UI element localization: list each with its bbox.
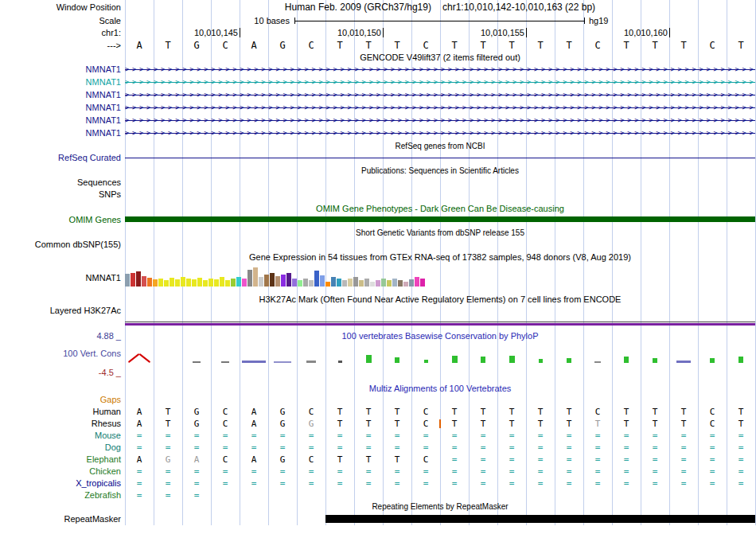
h3k27ac-title[interactable]: H3K27Ac Mark (Often Found Near Active Re… [125,294,755,305]
dbsnp-label[interactable]: Common dbSNP(155) [0,240,121,250]
species-label-chicken[interactable]: Chicken [0,466,121,478]
scale-label: Scale [0,15,121,26]
ruler[interactable]: 10,010,145 10,010,150 10,010,155 10,010,… [125,27,755,39]
alignment-row-human[interactable]: ATGCAGCTTTCTTTTTCTTTCT [125,406,755,418]
multiz-title[interactable]: Multiz Alignments of 100 Vertebrates [125,384,755,394]
cons-max-label: 4.88 _ [0,331,121,341]
conservation-track[interactable] [125,342,755,365]
gencode-title[interactable]: GENCODE V49lift37 (2 items filtered out) [125,53,755,63]
species-label-mouse[interactable]: Mouse [0,430,121,442]
species-label-human[interactable]: Human [0,406,121,418]
repeatmasker-label[interactable]: RepeatMasker [0,513,121,524]
ruler-tick [669,28,670,37]
alignment-row-zebrafish[interactable]: === [125,489,755,501]
alignment-row-chicken[interactable]: ====================== [125,466,755,478]
repeatmasker-title[interactable]: Repeating Elements by RepeatMasker [125,502,755,512]
gene-label[interactable]: NMNAT1 [0,89,121,101]
h3k27ac-label[interactable]: Layered H3K27Ac [0,306,121,316]
gtex-expression-bars[interactable] [125,264,425,287]
cons-min-label: -4.5 _ [0,368,121,377]
strand-arrows: >>>>>>>>>>>>>>>>>>>>>>>>>>>>>>>>>>>>>>>>… [125,102,755,114]
refseq-curated-line [125,158,755,158]
species-label-elephant[interactable]: Elephant [0,454,121,466]
refseq-curated-track[interactable] [125,153,755,163]
repeatmasker-bar[interactable] [325,515,755,523]
omim-title[interactable]: OMIM Gene Phenotypes - Dark Green Can Be… [125,204,755,214]
gene-track[interactable]: >>>>>>>>>>>>>>>>>>>>>>>>>>>>>>>>>>>>>>>>… [125,102,755,114]
species-label-rhesus[interactable]: Rhesus [0,418,121,430]
conservation-title[interactable]: 100 vertebrates Basewise Conservation by… [125,331,755,341]
alignment-row-mouse[interactable]: ====================== [125,430,755,442]
gtex-title[interactable]: Gene Expression in 54 tissues from GTEx … [125,252,755,263]
strand-arrows: >>>>>>>>>>>>>>>>>>>>>>>>>>>>>>>>>>>>>>>>… [125,89,755,101]
ruler-coord: 10,010,160 [572,27,668,38]
refseq-curated-label[interactable]: RefSeq Curated [0,153,121,163]
gtex-gene-label[interactable]: NMNAT1 [0,272,121,283]
sequences-label[interactable]: Sequences [0,177,121,188]
strand-arrows: >>>>>>>>>>>>>>>>>>>>>>>>>>>>>>>>>>>>>>>>… [125,127,755,139]
h3k27ac-track[interactable] [125,306,755,326]
genome-browser-image: Window Position Human Feb. 2009 (GRCh37/… [0,0,756,538]
alignment-row-x-tropicalis[interactable]: ====================== [125,478,755,489]
scale-bar [294,18,585,24]
alignment-row-elephant[interactable]: AGACAGCTTTC=========== [125,454,755,466]
assembly-name: Human Feb. 2009 (GRCh37/hg19) [285,2,431,13]
scale-bar-label: 10 bases [201,15,290,26]
position-range: chr1:10,010,142-10,010,163 (22 bp) [442,2,595,13]
species-label-x-tropicalis[interactable]: X_tropicalis [0,478,121,489]
sequence-track[interactable]: ATGCAGCTTTCTTTTTCTTTCT [125,40,755,52]
omim-genes-track[interactable] [125,215,755,224]
gene-label[interactable]: NMNAT1 [0,102,121,114]
gene-track[interactable]: >>>>>>>>>>>>>>>>>>>>>>>>>>>>>>>>>>>>>>>>… [125,127,755,139]
gene-label[interactable]: NMNAT1 [0,76,121,88]
species-label-zebrafish[interactable]: Zebrafish [0,489,121,501]
ruler-coord: 10,010,155 [429,27,524,38]
gene-label[interactable]: NMNAT1 [0,64,121,76]
h3k27ac-baseline [125,322,755,322]
snps-label[interactable]: SNPs [0,189,121,200]
publications-title[interactable]: Publications: Sequences in Scientific Ar… [125,166,755,176]
window-position-label: Window Position [0,2,121,13]
omim-genes-label[interactable]: OMIM Genes [0,215,121,224]
refseq-title[interactable]: RefSeq genes from NCBI [125,142,755,151]
ruler-coord: 10,010,150 [286,27,381,38]
strand-arrows: >>>>>>>>>>>>>>>>>>>>>>>>>>>>>>>>>>>>>>>>… [125,115,755,127]
ruler-coord: 10,010,145 [142,27,238,38]
repeatmasker-track[interactable] [125,513,755,524]
omim-gene-bar[interactable] [125,216,755,222]
cons-track-label[interactable]: 100 Vert. Cons [0,349,121,359]
conservation-marks [125,342,755,363]
species-label-dog[interactable]: Dog [0,442,121,454]
gene-track[interactable]: >>>>>>>>>>>>>>>>>>>>>>>>>>>>>>>>>>>>>>>>… [125,76,755,88]
h3k27ac-signal-line [125,323,755,326]
assembly-short-label: hg19 [589,15,608,26]
gene-track[interactable]: >>>>>>>>>>>>>>>>>>>>>>>>>>>>>>>>>>>>>>>>… [125,89,755,101]
strand-direction-label[interactable]: ---> [0,40,121,52]
gene-track[interactable]: >>>>>>>>>>>>>>>>>>>>>>>>>>>>>>>>>>>>>>>>… [125,115,755,127]
gene-label[interactable]: NMNAT1 [0,115,121,127]
ruler-tick [240,28,240,37]
ruler-tick [383,28,384,37]
gaps-label[interactable]: Gaps [0,395,121,405]
strand-arrows: >>>>>>>>>>>>>>>>>>>>>>>>>>>>>>>>>>>>>>>>… [125,64,755,76]
strand-arrows: >>>>>>>>>>>>>>>>>>>>>>>>>>>>>>>>>>>>>>>>… [125,76,755,88]
insertion-tick [439,419,441,428]
gene-label[interactable]: NMNAT1 [0,127,121,139]
gtex-track[interactable] [125,264,755,288]
dbsnp-title[interactable]: Short Genetic Variants from dbSNP releas… [125,228,755,238]
chrom-label: chr1: [0,27,121,38]
gene-track[interactable]: >>>>>>>>>>>>>>>>>>>>>>>>>>>>>>>>>>>>>>>>… [125,64,755,76]
ruler-tick [526,28,527,37]
alignment-row-dog[interactable]: ====================== [125,442,755,454]
